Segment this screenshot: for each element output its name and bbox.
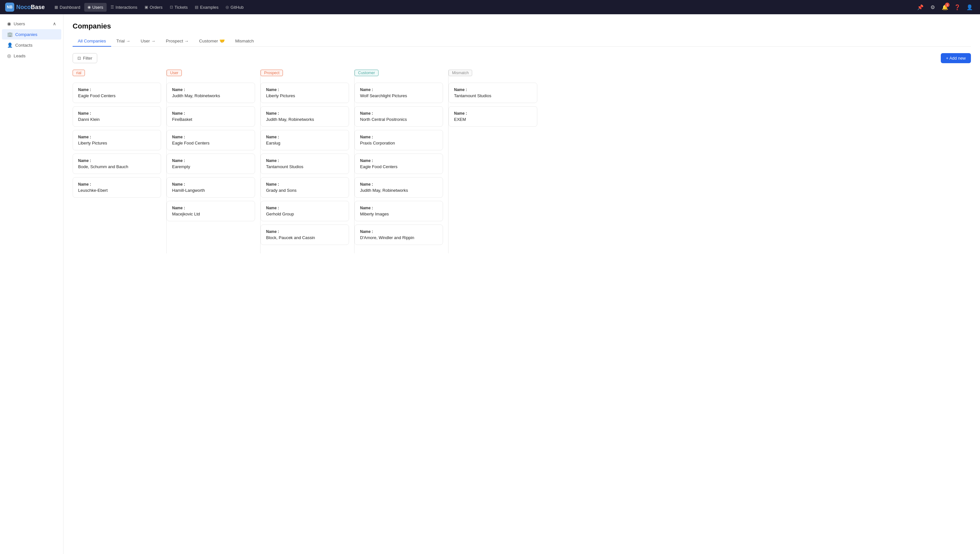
nav-item-examples[interactable]: ▤Examples [191, 3, 221, 12]
card-label-customer-5: Name : [360, 206, 438, 210]
user-icon[interactable]: 👤 [964, 2, 975, 12]
sidebar-item-users[interactable]: ◉ Users ∧ [2, 19, 61, 29]
sidebar-item-companies[interactable]: 🏢 Companies [2, 29, 61, 40]
card-label-customer-0: Name : [360, 88, 438, 92]
card-value-prospect-6: Block, Paucek and Cassin [266, 235, 344, 240]
card-label-trial-2: Name : [78, 135, 156, 139]
card-prospect-5[interactable]: Name : Gerhold Group [261, 201, 349, 221]
card-label-mismatch-1: Name : [454, 111, 532, 116]
help-icon[interactable]: ❓ [952, 2, 962, 12]
card-customer-1[interactable]: Name : North Central Positronics [355, 106, 443, 127]
kanban-col-prospect: Prospect Name : Liberty Pictures Name : … [261, 70, 355, 253]
card-label-mismatch-0: Name : [454, 88, 532, 92]
card-mismatch-1[interactable]: Name : EXEM [449, 106, 537, 127]
card-customer-3[interactable]: Name : Eagle Food Centers [355, 154, 443, 174]
notification-icon[interactable]: 🔔 1 [940, 2, 950, 12]
card-label-customer-4: Name : [360, 182, 438, 186]
companies-sidebar-icon: 🏢 [7, 32, 13, 37]
tab-customer[interactable]: Customer 🤝 [194, 36, 230, 47]
users-nav-icon: ◉ [88, 5, 91, 10]
card-trial-3[interactable]: Name : Bode, Schumm and Bauch [73, 154, 161, 174]
leads-sidebar-icon: ◎ [7, 53, 11, 58]
card-value-customer-1: North Central Positronics [360, 117, 438, 122]
card-value-prospect-1: Judith May, Robinetworks [266, 117, 344, 122]
add-new-button[interactable]: + Add new [941, 53, 971, 63]
card-label-user-0: Name : [172, 88, 250, 92]
nav-label-orders: Orders [150, 5, 163, 10]
main-content: Companies All CompaniesTrial →User →Pros… [64, 14, 980, 554]
card-value-trial-1: Danni Klein [78, 117, 156, 122]
card-prospect-6[interactable]: Name : Block, Paucek and Cassin [261, 224, 349, 245]
card-customer-5[interactable]: Name : Miberty Images [355, 201, 443, 221]
settings-icon[interactable]: ⚙ [927, 2, 938, 12]
card-user-0[interactable]: Name : Judith May, Robinetworks [167, 83, 255, 103]
kanban-col-trial: rial Name : Eagle Food Centers Name : Da… [73, 70, 167, 253]
interactions-nav-icon: ☰ [110, 5, 114, 10]
logo[interactable]: NB NocoBase [5, 3, 45, 12]
sidebar-label-leads: Leads [14, 53, 25, 58]
card-label-prospect-4: Name : [266, 182, 344, 186]
col-badge-mismatch: Mismatch [449, 70, 472, 76]
card-label-prospect-1: Name : [266, 111, 344, 116]
tab-mismatch[interactable]: Mismatch [230, 36, 259, 47]
tab-user[interactable]: User → [135, 36, 161, 47]
card-trial-0[interactable]: Name : Eagle Food Centers [73, 83, 161, 103]
tab-trial[interactable]: Trial → [111, 36, 135, 47]
card-value-user-0: Judith May, Robinetworks [172, 93, 250, 98]
nav-item-orders[interactable]: ▣Orders [141, 3, 166, 12]
card-prospect-4[interactable]: Name : Grady and Sons [261, 177, 349, 197]
logo-text: NocoBase [16, 4, 45, 11]
card-user-1[interactable]: Name : FireBasket [167, 106, 255, 127]
card-value-prospect-2: Earslug [266, 141, 344, 145]
col-header-trial: rial [73, 70, 161, 79]
card-value-customer-2: Praxis Corporation [360, 141, 438, 145]
card-trial-1[interactable]: Name : Danni Klein [73, 106, 161, 127]
top-nav: NB NocoBase ▦Dashboard◉Users☰Interaction… [0, 0, 980, 14]
card-value-customer-3: Eagle Food Centers [360, 164, 438, 169]
card-label-prospect-2: Name : [266, 135, 344, 139]
card-value-mismatch-1: EXEM [454, 117, 532, 122]
card-customer-0[interactable]: Name : Wolf Searchlight Pictures [355, 83, 443, 103]
card-user-4[interactable]: Name : Hamill-Langworth [167, 177, 255, 197]
card-user-2[interactable]: Name : Eagle Food Centers [167, 130, 255, 150]
contacts-sidebar-icon: 👤 [7, 43, 13, 48]
card-customer-4[interactable]: Name : Judith May, Robinetworks [355, 177, 443, 197]
card-value-customer-6: D'Amore, Windler and Rippin [360, 235, 438, 240]
card-prospect-0[interactable]: Name : Liberty Pictures [261, 83, 349, 103]
card-customer-2[interactable]: Name : Praxis Corporation [355, 130, 443, 150]
sidebar-item-contacts[interactable]: 👤 Contacts [2, 40, 61, 50]
nav-item-users[interactable]: ◉Users [84, 3, 107, 12]
nav-item-github[interactable]: ◎GitHub [222, 3, 247, 12]
card-prospect-3[interactable]: Name : Tantamount Studios [261, 154, 349, 174]
filter-button[interactable]: ⊡ Filter [73, 53, 97, 63]
card-label-user-5: Name : [172, 206, 250, 210]
nav-item-dashboard[interactable]: ▦Dashboard [51, 3, 84, 12]
col-badge-user: User [167, 70, 182, 76]
kanban-col-mismatch: Mismatch Name : Tantamount Studios Name … [449, 70, 542, 253]
card-value-trial-4: Leuschke-Ebert [78, 188, 156, 193]
nav-items: ▦Dashboard◉Users☰Interactions▣Orders⊡Tic… [51, 3, 247, 12]
nav-item-interactions[interactable]: ☰Interactions [107, 3, 141, 12]
card-customer-6[interactable]: Name : D'Amore, Windler and Rippin [355, 224, 443, 245]
tab-prospect[interactable]: Prospect → [161, 36, 194, 47]
sidebar-label-companies: Companies [15, 32, 37, 37]
card-label-prospect-5: Name : [266, 206, 344, 210]
card-label-prospect-6: Name : [266, 229, 344, 234]
sidebar-item-leads[interactable]: ◎ Leads [2, 51, 61, 61]
card-value-prospect-3: Tantamount Studios [266, 164, 344, 169]
nav-label-tickets: Tickets [175, 5, 188, 10]
card-mismatch-0[interactable]: Name : Tantamount Studios [449, 83, 537, 103]
card-user-5[interactable]: Name : Macejkovic Ltd [167, 201, 255, 221]
card-user-3[interactable]: Name : Earempty [167, 154, 255, 174]
card-label-trial-1: Name : [78, 111, 156, 116]
card-trial-2[interactable]: Name : Liberty Pictures [73, 130, 161, 150]
pin-icon[interactable]: 📌 [915, 2, 926, 12]
card-trial-4[interactable]: Name : Leuschke-Ebert [73, 177, 161, 197]
card-prospect-2[interactable]: Name : Earslug [261, 130, 349, 150]
card-prospect-1[interactable]: Name : Judith May, Robinetworks [261, 106, 349, 127]
tab-all[interactable]: All Companies [73, 36, 111, 47]
sidebar-label-contacts: Contacts [15, 43, 32, 48]
card-label-prospect-0: Name : [266, 88, 344, 92]
nav-label-interactions: Interactions [116, 5, 137, 10]
nav-item-tickets[interactable]: ⊡Tickets [167, 3, 191, 12]
